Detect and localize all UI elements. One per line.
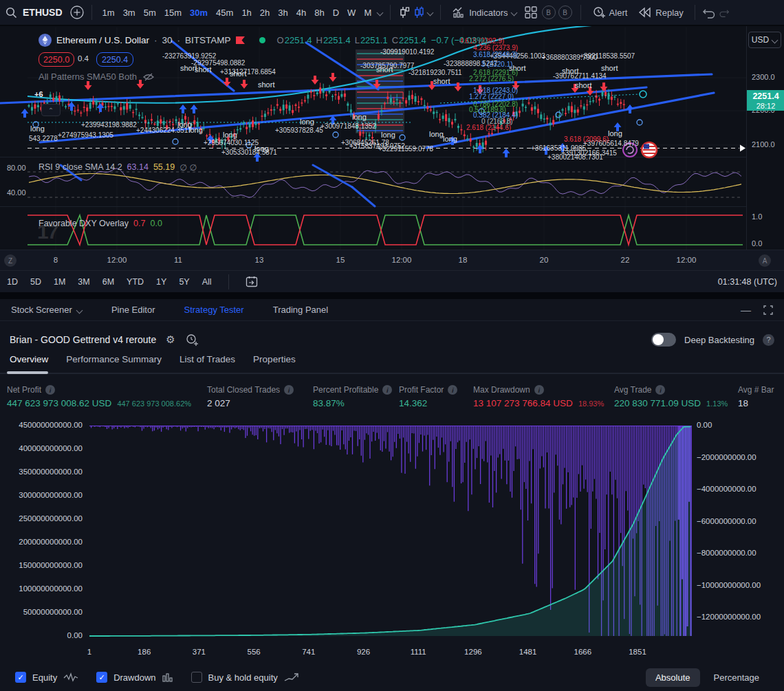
mode-button-percentage[interactable]: Percentage xyxy=(704,668,770,687)
time-tick-label: 11 xyxy=(174,256,182,264)
strategy-header: Brian - GOOD Gettrend v4 reroute ⚙ Deep … xyxy=(0,327,784,353)
rsi-title[interactable]: RSI 9 close SMA 14 2 xyxy=(39,162,122,173)
strategy-settings-gear-icon[interactable]: ⚙ xyxy=(166,333,175,346)
currency-dropdown[interactable]: USD xyxy=(748,32,781,48)
panel-separator[interactable] xyxy=(0,292,784,299)
info-icon[interactable]: i xyxy=(655,385,665,395)
checkbox-checked-icon[interactable]: ✓ xyxy=(15,672,26,683)
adjust-button[interactable]: A xyxy=(759,254,771,267)
buy-arrow-icon xyxy=(190,105,198,113)
ohlc-item: C2251.4 xyxy=(392,35,426,45)
strategy-title[interactable]: Brian - GOOD Gettrend v4 reroute xyxy=(10,334,156,345)
equity-checkboxes: ✓Equity✓DrawdownBuy & hold equity xyxy=(15,672,299,683)
stat-value-row: 14.362 xyxy=(399,398,457,408)
ohlc-key: H xyxy=(316,35,322,45)
dxy-title[interactable]: Favorable DXY Overlay xyxy=(39,219,129,228)
equity-chart-canvas[interactable] xyxy=(0,416,784,650)
legend-separator: · xyxy=(177,35,181,45)
flag-icon[interactable] xyxy=(236,36,245,44)
stat-label-text: Avg Trade xyxy=(614,385,651,395)
sell-arrow-icon xyxy=(428,81,436,90)
price-axis[interactable]: USD 2300.02200.02100.01.00.0 2251.4 28:1… xyxy=(746,26,784,250)
subtab-properties[interactable]: Properties xyxy=(253,354,296,364)
range-button-5d[interactable]: 5D xyxy=(30,277,41,287)
eye-off-icon[interactable] xyxy=(142,72,155,82)
bottom-panel: Stock ScreenerPine EditorStrategy Tester… xyxy=(0,299,784,691)
subtab-performance-summary[interactable]: Performance Summary xyxy=(66,354,162,364)
info-icon[interactable]: i xyxy=(534,385,544,395)
minimize-panel-button[interactable]: — xyxy=(741,304,751,316)
collapse-legend-button[interactable]: ⌃ xyxy=(41,104,61,116)
stat-value: 447 623 973 008.62 USD xyxy=(7,398,111,408)
marker-count-badge: +6 xyxy=(34,90,43,98)
price-tick-label: 2300.0 xyxy=(752,73,775,81)
range-button-all[interactable]: All xyxy=(202,277,212,287)
buy-arrow-icon xyxy=(559,143,567,152)
overlay-title[interactable]: All Patterns SMA50 Both xyxy=(39,72,137,82)
range-button-6m[interactable]: 6M xyxy=(102,277,114,287)
tab-stock-screener[interactable]: Stock Screener xyxy=(11,305,83,315)
checkbox-unchecked-icon[interactable] xyxy=(191,672,202,683)
strategy-alert-add-icon[interactable] xyxy=(185,333,199,347)
last-price: 2251.4 xyxy=(747,91,784,102)
stop-price-box[interactable]: 2250.0 xyxy=(39,52,74,67)
tab-pine-editor[interactable]: Pine Editor xyxy=(111,305,155,315)
stat-value: 220 830 771.09 USD xyxy=(614,398,701,408)
sell-arrow-icon xyxy=(587,87,594,96)
legend-exchange: BITSTAMP xyxy=(185,35,231,45)
sell-arrow-icon xyxy=(224,78,231,87)
range-button-3m[interactable]: 3M xyxy=(78,277,89,287)
checkbox-checked-icon[interactable]: ✓ xyxy=(96,672,107,683)
deep-backtesting-toggle[interactable] xyxy=(651,333,676,347)
subtab-overview[interactable]: Overview xyxy=(10,354,48,364)
stat-value: 14.362 xyxy=(399,398,427,408)
rsi-muted-markers: ∅ ∅ xyxy=(179,162,197,173)
tab-trading-panel[interactable]: Trading Panel xyxy=(273,305,328,315)
range-button-5y[interactable]: 5Y xyxy=(179,277,189,287)
checkbox-drawdown[interactable]: ✓Drawdown xyxy=(96,672,173,683)
buy-arrow-icon xyxy=(627,105,634,113)
info-icon[interactable]: i xyxy=(448,385,457,395)
range-button-1y[interactable]: 1Y xyxy=(156,277,166,287)
help-icon[interactable]: ? xyxy=(763,334,774,346)
sell-arrow-icon xyxy=(329,73,337,82)
checkbox-equity[interactable]: ✓Equity xyxy=(15,672,78,683)
stat-label-text: Net Profit xyxy=(7,385,41,395)
mode-button-absolute[interactable]: Absolute xyxy=(646,668,700,687)
session-clock[interactable]: 01:31:48 (UTC) xyxy=(718,277,777,287)
stat-value: 18 xyxy=(738,398,748,408)
legend-separator: · xyxy=(154,35,157,45)
dxy-value-2: 0.0 xyxy=(150,219,162,228)
maximize-panel-button[interactable] xyxy=(763,305,773,315)
equity-controls: ✓Equity✓DrawdownBuy & hold equity Absolu… xyxy=(0,663,784,691)
ohlc-key: L xyxy=(355,35,360,45)
info-icon[interactable]: i xyxy=(45,385,55,395)
target-price-box[interactable]: 2250.4 xyxy=(96,52,133,67)
buy-arrow-icon xyxy=(21,109,29,118)
range-button-1m[interactable]: 1M xyxy=(54,277,65,287)
buy-arrow-icon xyxy=(254,153,261,162)
subtab-list-of-trades[interactable]: List of Trades xyxy=(179,354,235,364)
sell-arrow-icon xyxy=(312,76,319,85)
rsi-value-1: 63.14 xyxy=(127,162,149,173)
tradingview-app: ETHUSD 1m3m5m15m30m45m1h2h3h4h8hDWM Indi… xyxy=(0,0,784,691)
info-icon[interactable]: i xyxy=(382,385,392,395)
stat-label-text: Max Drawdown xyxy=(473,385,530,395)
range-button-1d[interactable]: 1D xyxy=(7,277,18,287)
rsi-value-2: 55.19 xyxy=(153,162,175,173)
subtab-track xyxy=(0,373,784,374)
symbol-title[interactable]: Ethereum / U.S. Dollar xyxy=(56,35,149,45)
info-icon[interactable]: i xyxy=(284,385,294,395)
range-row: 1D5D1M3M6MYTD1Y5YAll 01:31:48 (UTC) xyxy=(0,270,784,292)
timezone-button[interactable]: Z xyxy=(4,254,17,267)
market-status-dot-icon xyxy=(259,37,265,43)
checkbox-buy-hold-equity[interactable]: Buy & hold equity xyxy=(191,672,299,683)
tab-strategy-tester[interactable]: Strategy Tester xyxy=(184,305,243,315)
goto-date-icon[interactable] xyxy=(246,276,258,287)
sell-arrow-icon xyxy=(241,80,248,89)
time-axis[interactable]: Z 812:0011131512:0018202212:00 A xyxy=(0,250,784,270)
stat-avg-bar: Avg # Bar18 xyxy=(738,385,774,408)
range-button-ytd[interactable]: YTD xyxy=(127,277,144,287)
ohlc-value: 2251.4 xyxy=(285,35,312,45)
ohlc-value: 2251.1 xyxy=(360,35,388,45)
